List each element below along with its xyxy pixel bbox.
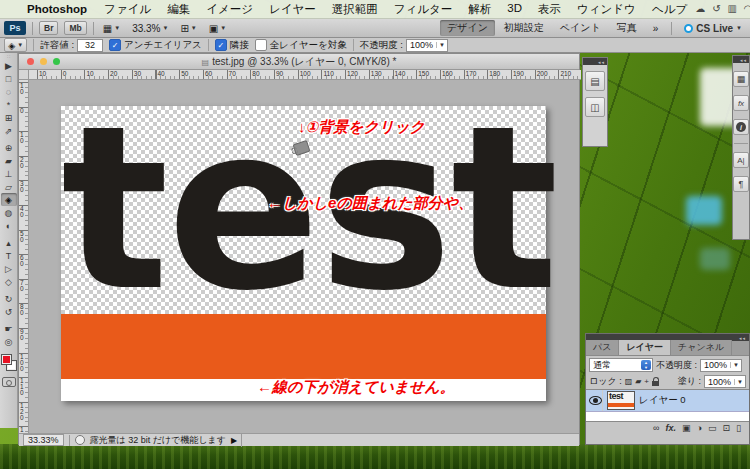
menu-item[interactable]: 選択範囲 bbox=[324, 2, 386, 17]
new-group-icon[interactable]: ▭ bbox=[708, 424, 717, 433]
foreground-color-swatch[interactable] bbox=[1, 354, 12, 365]
tool-magic-wand[interactable]: * bbox=[1, 98, 17, 111]
layer-opacity-dropdown[interactable]: 100%▼ bbox=[700, 359, 742, 372]
workspace-design[interactable]: デザイン bbox=[440, 20, 495, 36]
tool-marquee[interactable]: □ bbox=[1, 72, 17, 85]
dock-header[interactable]: ◂◂ bbox=[733, 56, 749, 63]
time-machine-icon[interactable]: ↺ bbox=[712, 4, 720, 14]
menu-item[interactable]: ウィンドウ bbox=[569, 2, 644, 17]
link-layers-icon[interactable]: ∞ bbox=[653, 424, 659, 433]
swatches-panel-icon[interactable]: ▦ bbox=[733, 71, 749, 87]
menu-item[interactable]: ファイル bbox=[96, 2, 159, 17]
tool-3d-rotate[interactable]: ↻ bbox=[1, 292, 17, 305]
arrange-documents-button[interactable]: ⊞▼ bbox=[177, 23, 199, 34]
cloud-icon[interactable]: ☁ bbox=[695, 4, 705, 14]
new-layer-icon[interactable]: ⊡ bbox=[723, 424, 731, 433]
menu-item[interactable]: レイヤー bbox=[261, 2, 324, 17]
opacity-dropdown[interactable]: 100%▼ bbox=[406, 39, 448, 52]
menu-item[interactable]: 解析 bbox=[460, 2, 499, 17]
vertical-ruler[interactable]: 100102030405060708090100110120130 bbox=[19, 80, 29, 433]
contiguous-checkbox[interactable]: ✓ bbox=[215, 39, 227, 51]
layer-name[interactable]: レイヤー 0 bbox=[639, 394, 686, 407]
blend-mode-select[interactable]: 通常 ▲▼ bbox=[589, 358, 653, 372]
tab-channels[interactable]: チャンネル bbox=[671, 340, 732, 355]
tool-preset-picker[interactable]: ◈▼ bbox=[4, 38, 27, 52]
menu-item[interactable]: 表示 bbox=[530, 2, 569, 17]
tool-zoom[interactable]: ◎ bbox=[1, 335, 17, 348]
adjustment-layer-icon[interactable]: ◑ bbox=[697, 424, 702, 433]
styles-panel-icon[interactable]: fx bbox=[733, 95, 749, 111]
tool-paint-bucket[interactable]: ◈ bbox=[1, 193, 17, 206]
lock-all-icon[interactable] bbox=[652, 381, 659, 386]
tool-path-selection[interactable]: ▷ bbox=[1, 262, 17, 275]
ps-logo[interactable]: Ps bbox=[4, 21, 26, 35]
tool-lasso[interactable]: ◌ bbox=[1, 85, 17, 98]
horizontal-ruler[interactable]: 1001020304050607080901001101201301401501… bbox=[29, 70, 581, 80]
display-icon[interactable]: ▥ bbox=[728, 4, 737, 14]
canvas-area[interactable]: test ↓①背景をクリック ←しかしeの囲まれた部分や、 ←線の下が消えていま… bbox=[29, 80, 581, 433]
workspace-more[interactable]: » bbox=[646, 22, 666, 35]
character-panel-icon[interactable]: A| bbox=[733, 152, 749, 168]
tool-crop[interactable]: ⊞ bbox=[1, 111, 17, 124]
tool-shape[interactable]: ◇ bbox=[1, 275, 17, 288]
fill-dropdown[interactable]: 100%▼ bbox=[704, 375, 746, 388]
zoom-level-dropdown[interactable]: 33.3%▼ bbox=[129, 23, 171, 34]
menu-item[interactable]: 3D bbox=[499, 2, 530, 17]
delete-layer-icon[interactable]: ▯ bbox=[736, 424, 741, 433]
workspace-default[interactable]: 初期設定 bbox=[497, 20, 551, 36]
lock-transparency-icon[interactable]: ▨ bbox=[625, 377, 633, 386]
status-zoom-input[interactable]: 33.33% bbox=[23, 434, 64, 446]
tool-3d-roll[interactable]: ↺ bbox=[1, 305, 17, 318]
tool-hand[interactable]: ☛ bbox=[1, 322, 17, 335]
dock-header[interactable]: ◂◂ bbox=[583, 58, 607, 65]
all-layers-checkbox[interactable] bbox=[255, 39, 267, 51]
tool-clone-stamp[interactable]: ⊥ bbox=[1, 167, 17, 180]
menu-item[interactable]: イメージ bbox=[198, 2, 261, 17]
tool-eyedropper[interactable]: ⇗ bbox=[1, 124, 17, 137]
tool-pen[interactable]: ▴ bbox=[1, 236, 17, 249]
mini-bridge-button[interactable]: Mb bbox=[64, 21, 86, 35]
blend-stepper-icon[interactable]: ▲▼ bbox=[641, 360, 651, 370]
screen-mode-button[interactable]: ▣▼ bbox=[206, 23, 229, 34]
workspace-photo[interactable]: 写真 bbox=[610, 20, 644, 36]
navigator-panel-icon[interactable]: ▤ bbox=[585, 71, 605, 91]
tool-eraser[interactable]: ▱ bbox=[1, 180, 17, 193]
tool-type[interactable]: T bbox=[1, 249, 17, 262]
tolerance-input[interactable]: 32 bbox=[77, 39, 103, 52]
document-title-bar[interactable]: ▤test.jpg @ 33.3% (レイヤー 0, CMYK/8) * bbox=[19, 54, 579, 70]
layer-mask-icon[interactable]: ▣ bbox=[682, 424, 691, 433]
menu-photoshop[interactable]: Photoshop bbox=[18, 3, 96, 15]
layer-thumbnail[interactable]: test bbox=[607, 391, 635, 410]
canvas-image[interactable]: test ↓①背景をクリック ←しかしeの囲まれた部分や、 ←線の下が消えていま… bbox=[61, 106, 546, 401]
tab-layers[interactable]: レイヤー bbox=[619, 340, 671, 355]
layer-visibility-toggle[interactable] bbox=[588, 390, 603, 411]
lock-position-icon[interactable]: + bbox=[644, 377, 649, 386]
view-extras-button[interactable]: ▦▼ bbox=[100, 23, 123, 34]
tool-blur[interactable]: ◍ bbox=[1, 206, 17, 219]
orange-bar[interactable] bbox=[61, 314, 546, 379]
tool-dodge[interactable]: ◐ bbox=[1, 219, 17, 232]
antialias-checkbox[interactable]: ✓ bbox=[109, 39, 121, 51]
bridge-button[interactable]: Br bbox=[39, 21, 58, 35]
layer-row[interactable]: test レイヤー 0 bbox=[586, 390, 749, 412]
workspace-paint[interactable]: ペイント bbox=[553, 20, 608, 36]
quick-mask-button[interactable] bbox=[2, 377, 16, 387]
menu-item[interactable]: ヘルプ bbox=[644, 2, 695, 17]
menu-item[interactable]: 編集 bbox=[159, 2, 198, 17]
ruler-corner[interactable] bbox=[19, 70, 29, 80]
layer-style-icon[interactable]: fx. bbox=[666, 424, 677, 433]
lock-pixels-icon[interactable]: ▰ bbox=[635, 377, 641, 386]
paragraph-panel-icon[interactable]: ¶ bbox=[733, 176, 749, 192]
tool-brush[interactable]: ▰ bbox=[1, 154, 17, 167]
menu-item[interactable]: フィルター bbox=[386, 2, 461, 17]
panel-grip[interactable]: ∷ bbox=[7, 54, 10, 58]
wifi-icon[interactable]: ◠ bbox=[744, 4, 750, 14]
history-panel-icon[interactable]: ◫ bbox=[585, 97, 605, 117]
info-panel-icon[interactable]: i bbox=[733, 119, 749, 135]
tool-spot-healing[interactable]: ⊕ bbox=[1, 141, 17, 154]
status-arrow-icon[interactable]: ▶ bbox=[231, 436, 237, 445]
tool-move[interactable]: ▶ bbox=[1, 59, 17, 72]
tab-paths[interactable]: パス bbox=[586, 340, 619, 355]
status-message-box[interactable]: 露光量は 32 bit だけで機能します ▶ bbox=[75, 434, 243, 447]
cs-live-button[interactable]: CS Live ▼ bbox=[684, 23, 742, 34]
